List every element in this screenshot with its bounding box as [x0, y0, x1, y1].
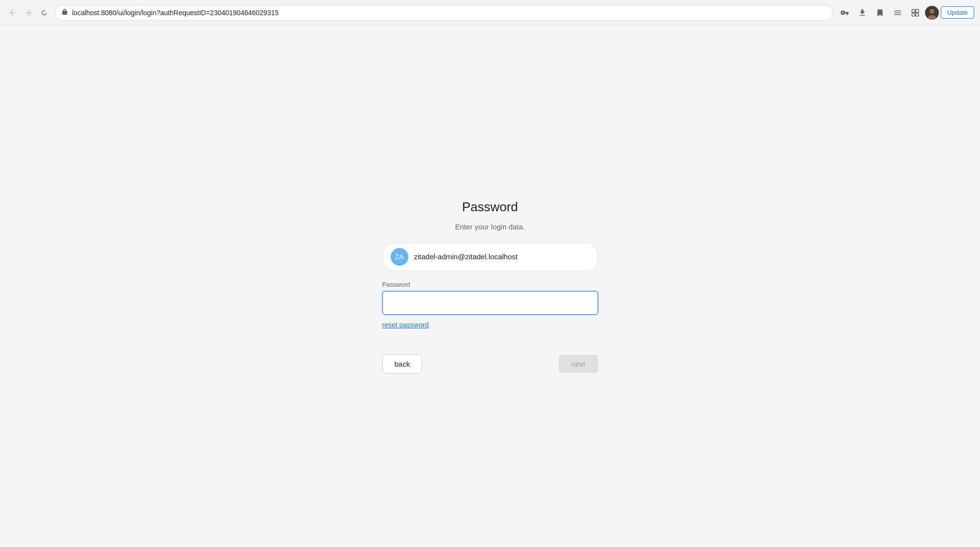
- buttons-row: back next: [382, 354, 598, 373]
- user-avatar: ZA: [391, 248, 408, 266]
- svg-rect-1: [916, 9, 919, 12]
- reset-link-container: reset password: [382, 321, 598, 343]
- login-card: Password Enter your login data. ZA zitad…: [382, 199, 598, 373]
- browser-chrome: localhost:8080/ui/login/login?authReques…: [0, 0, 980, 25]
- svg-rect-3: [916, 13, 919, 16]
- address-text: localhost:8080/ui/login/login?authReques…: [72, 9, 827, 17]
- key-icon-button[interactable]: [837, 5, 853, 21]
- lock-icon: [61, 8, 68, 17]
- reset-password-link[interactable]: reset password: [382, 321, 429, 329]
- back-nav-button[interactable]: [6, 6, 20, 20]
- back-button[interactable]: back: [382, 354, 423, 373]
- svg-rect-0: [912, 9, 915, 12]
- subtitle: Enter your login data.: [455, 223, 525, 231]
- user-info-row: ZA zitadel-admin@zitadel.localhost: [382, 243, 598, 271]
- page-content: Password Enter your login data. ZA zitad…: [0, 25, 980, 547]
- download-icon-button[interactable]: [854, 5, 870, 21]
- page-title: Password: [462, 199, 518, 215]
- customize-icon-button[interactable]: [890, 5, 905, 21]
- svg-rect-2: [912, 13, 915, 16]
- profile-avatar[interactable]: [925, 6, 939, 20]
- update-button[interactable]: Update: [941, 6, 974, 19]
- reload-button[interactable]: [37, 6, 51, 20]
- tab-icon-button[interactable]: [907, 5, 923, 21]
- toolbar-icons: Update: [837, 5, 974, 21]
- bookmark-icon-button[interactable]: [872, 5, 888, 21]
- password-input[interactable]: [382, 291, 598, 315]
- password-form-group: Password: [382, 281, 598, 315]
- nav-buttons: [6, 6, 51, 20]
- user-email: zitadel-admin@zitadel.localhost: [414, 252, 518, 261]
- next-button[interactable]: next: [559, 355, 598, 373]
- address-bar[interactable]: localhost:8080/ui/login/login?authReques…: [55, 5, 833, 21]
- svg-point-5: [930, 9, 934, 14]
- password-label: Password: [382, 281, 598, 288]
- forward-nav-button[interactable]: [22, 6, 35, 20]
